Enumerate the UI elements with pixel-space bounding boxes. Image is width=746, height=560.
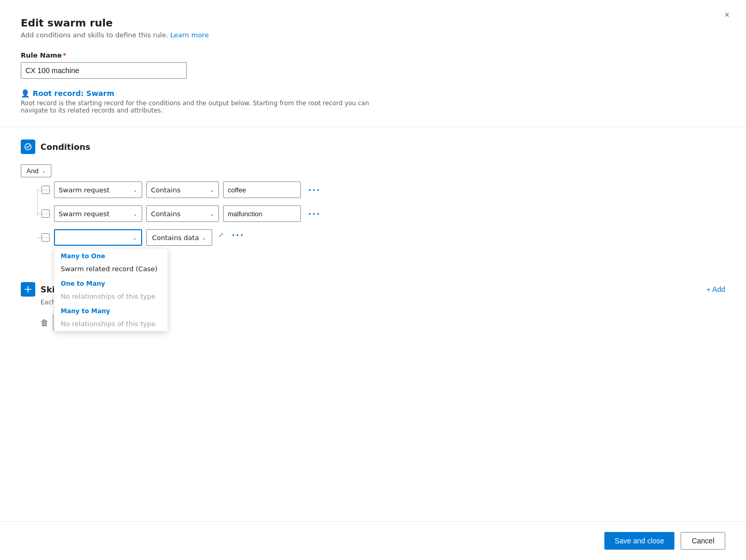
swarm-related-item[interactable]: Swarm related record (Case) — [54, 262, 168, 276]
conditions-title: Conditions — [40, 142, 90, 152]
condition-field-2[interactable]: Swarm request ⌄ — [54, 205, 142, 222]
many-to-one-header: Many to One — [54, 248, 168, 262]
person-icon: 👤 — [21, 89, 30, 97]
condition-operator-2[interactable]: Contains ⌄ — [146, 205, 219, 222]
expand-icon[interactable]: ⤢ — [216, 229, 226, 241]
condition-field-3[interactable]: ⌄ — [54, 229, 142, 246]
conditions-tree: Swarm request ⌄ Contains ⌄ ··· Swarm — [21, 181, 725, 265]
condition-value-2[interactable] — [223, 205, 301, 222]
one-to-many-none: No relationships of this type — [54, 289, 168, 303]
dialog-title: Edit swarm rule — [21, 17, 725, 29]
condition-operator-1[interactable]: Contains ⌄ — [146, 181, 219, 198]
condition-row-2: Swarm request ⌄ Contains ⌄ ··· — [42, 205, 725, 222]
delete-skill-icon[interactable]: 🗑 — [40, 318, 49, 328]
conditions-icon — [21, 139, 35, 154]
many-to-many-none: No relationships of this type — [54, 317, 168, 331]
bottom-row: − — [94, 253, 725, 265]
many-to-many-header: Many to Many — [54, 303, 168, 317]
save-and-close-button[interactable]: Save and close — [604, 532, 675, 550]
root-record-label: Root record: Swarm — [33, 89, 114, 97]
add-skill-button[interactable]: + Add — [707, 285, 725, 293]
condition-more-3[interactable]: ··· — [230, 229, 246, 241]
condition-value-1[interactable] — [223, 181, 301, 198]
and-dropdown[interactable]: And ⌄ — [21, 164, 51, 177]
root-record-section: 👤 Root record: Swarm Root record is the … — [21, 89, 725, 114]
close-button[interactable]: × — [721, 8, 734, 22]
skills-icon — [21, 282, 35, 297]
tree-vline — [37, 190, 38, 217]
condition-more-2[interactable]: ··· — [305, 208, 324, 220]
one-to-many-header: One to Many — [54, 276, 168, 289]
condition-field-1[interactable]: Swarm request ⌄ — [54, 181, 142, 198]
divider — [0, 127, 746, 127]
footer: Save and close Cancel — [0, 521, 746, 560]
condition-field-3-wrapper: ⌄ Many to One Swarm related record (Case… — [54, 229, 142, 246]
conditions-section: Conditions And ⌄ Swarm request ⌄ — [21, 139, 725, 265]
condition-more-1[interactable]: ··· — [305, 184, 324, 196]
edit-swarm-rule-dialog: × Edit swarm rule Add conditions and ski… — [0, 0, 746, 560]
field-dropdown-menu: Many to One Swarm related record (Case) … — [54, 248, 168, 331]
condition-row-3: ⌄ Many to One Swarm related record (Case… — [42, 229, 725, 246]
cancel-button[interactable]: Cancel — [681, 532, 725, 550]
root-record-desc: Root record is the starting record for t… — [21, 100, 384, 114]
dialog-subtitle: Add conditions and skills to define this… — [21, 31, 725, 39]
rule-name-input[interactable] — [21, 62, 187, 79]
learn-more-link[interactable]: Learn more — [170, 31, 209, 39]
contains-data-btn[interactable]: Contains data ⌄ — [146, 229, 212, 246]
condition-row-1: Swarm request ⌄ Contains ⌄ ··· — [42, 181, 725, 198]
rule-name-label: Rule Name* — [21, 51, 725, 59]
